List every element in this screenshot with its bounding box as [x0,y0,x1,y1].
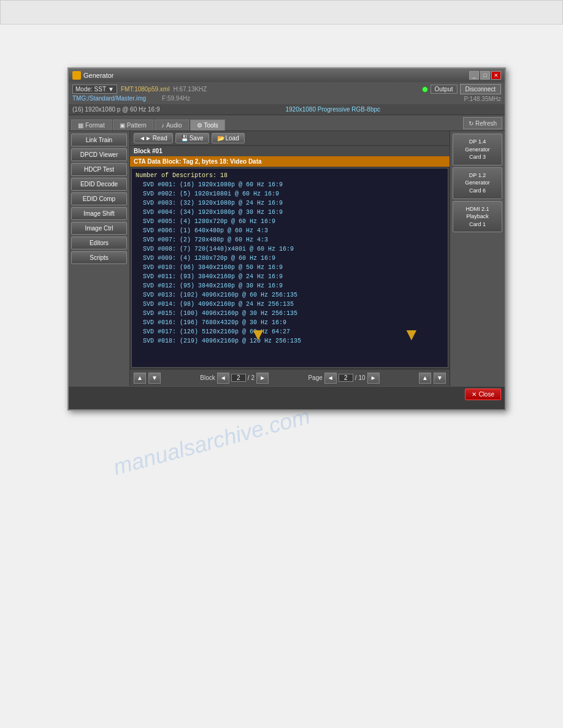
title-bar-buttons: _ □ ✕ [469,71,501,80]
nav-down-button[interactable]: ▼ [148,373,161,384]
tab-pattern[interactable]: ▣ Pattern [113,119,153,131]
dp12-gen-card6-button[interactable]: DP 1.2GeneratorCard 6 [453,167,502,199]
svd-line-2: SVD #002: (5) 1920x1080i @ 60 Hz 16:9 [136,189,444,199]
read-label: Read [153,135,167,142]
tab-audio-label: Audio [166,122,182,129]
tab-audio[interactable]: ♪ Audio [155,119,189,131]
sidebar-edid-decode[interactable]: EDID Decode [71,178,127,191]
tab-pattern-label: Pattern [127,122,147,129]
main-area: Link Train DPCD Viewer HDCP Test EDID De… [69,131,505,386]
f-freq: F:59.94Hz [162,95,190,102]
title-bar: Generator _ □ ✕ [69,69,505,82]
format-tab-icon: ▦ [78,122,83,129]
svd-line-11: SVD #011: (93) 3840x2160p @ 24 Hz 16:9 [136,272,444,281]
tmg-file: TMG:/Standard/Master.img [72,95,146,102]
block-header: Block #01 [130,146,450,156]
close-button[interactable]: ✕ Close [465,389,501,400]
sidebar-edid-comp[interactable]: EDID Comp [71,192,127,205]
svd-line-18: SVD #018: (219) 4096x2160p @ 120 Hz 256:… [136,336,444,346]
page-current-input[interactable] [339,374,353,382]
sidebar-link-train[interactable]: Link Train [71,134,127,146]
close-bar: ✕ Close [69,386,505,402]
mode-chevron-icon: ▼ [108,86,114,93]
save-icon: 💾 [181,135,188,142]
refresh-button[interactable]: ↻ Refresh [463,117,502,129]
minimize-button[interactable]: _ [469,71,479,80]
svd-line-1: SVD #001: (16) 1920x1080p @ 60 Hz 16:9 [136,180,444,189]
descriptor-count: Number of Descriptors: 18 [136,171,444,180]
sidebar-hdcp-test[interactable]: HDCP Test [71,163,127,176]
sidebar-image-shift[interactable]: Image Shift [71,207,127,220]
dp14-gen-card3-button[interactable]: DP 1.4GeneratorCard 3 [453,134,502,165]
page-nav: Page ◄ / 10 ► [308,373,379,384]
block-prev-button[interactable]: ◄ [217,373,229,384]
hdmi21-playback-card1-button[interactable]: HDMI 2.1PlaybackCard 1 [453,201,502,233]
svd-line-3: SVD #003: (32) 1920x1080p @ 24 Hz 16:9 [136,199,444,208]
tools-tab-icon: ⚙ [197,122,202,129]
svd-line-12: SVD #012: (95) 3840x2160p @ 30 Hz 16:9 [136,281,444,290]
load-button[interactable]: 📂 Load [212,133,245,143]
svd-line-9: SVD #009: (4) 1280x720p @ 60 Hz 16:9 [136,254,444,263]
window-close-button[interactable]: ✕ [491,71,501,80]
svd-line-13: SVD #013: (102) 4096x2160p @ 60 Hz 256:1… [136,290,444,300]
data-area[interactable]: Number of Descriptors: 18 SVD #001: (16)… [131,168,448,368]
page-next-button[interactable]: ► [367,373,380,384]
tab-tools[interactable]: ⚙ Tools [190,119,225,131]
mode-label: Mode: SST [75,86,106,93]
svd-line-10: SVD #010: (96) 3840x2160p @ 50 Hz 16:9 [136,263,444,272]
svd-line-4: SVD #004: (34) 1920x1080p @ 30 Hz 16:9 [136,208,444,217]
page-total: 10 [359,374,366,381]
resolution-info: 1920x1080 Progressive RGB-8bpc [164,106,501,113]
action-bar: ◄► Read 💾 Save 📂 Load [130,131,450,146]
save-label: Save [190,135,204,142]
fmt-file: FMT:1080p59.xml [121,86,169,93]
page-label: Page [308,374,322,381]
pattern-tab-icon: ▣ [120,122,125,129]
bottom-nav-bar: ▲ ▼ Block ◄ / 2 ► Page ◄ / 10 [130,369,450,386]
load-icon: 📂 [217,135,224,142]
window-title: Generator [83,72,114,79]
disconnect-button[interactable]: Disconnect [460,84,501,94]
sidebar-editors[interactable]: Editors [71,237,127,249]
output-button[interactable]: Output [431,85,458,94]
svd-line-6: SVD #006: (1) 640x480p @ 60 Hz 4:3 [136,226,444,235]
mode-selector[interactable]: Mode: SST ▼ [72,85,117,94]
read-button[interactable]: ◄► Read [134,133,173,143]
block-next-button[interactable]: ► [256,373,269,384]
tabs-row: ▦ Format ▣ Pattern ♪ Audio ⚙ Tools ↻ Ref… [69,115,505,131]
audio-tab-icon: ♪ [161,122,164,129]
nav-down2-button[interactable]: ▼ [434,373,446,384]
maximize-button[interactable]: □ [480,71,490,80]
status-text: (16) 1920x1080 p @ 60 Hz 16:9 [72,106,159,113]
sidebar: Link Train DPCD Viewer HDCP Test EDID De… [69,131,130,386]
sidebar-image-ctrl[interactable]: Image Ctrl [71,222,127,235]
content-panel: ◄► Read 💾 Save 📂 Load Block #01 CTA Data… [130,131,450,386]
page-slash: / [355,374,357,381]
top-bar [0,0,563,25]
block-current-input[interactable] [231,374,246,382]
svd-line-16: SVD #016: (196) 7680x4320p @ 30 Hz 16:9 [136,318,444,327]
svd-line-15: SVD #015: (100) 4096x2160p @ 30 Hz 256:1… [136,309,444,318]
info-bar: Mode: SST ▼ FMT:1080p59.xml H:67.13KHZ T… [69,82,505,104]
svd-line-7: SVD #007: (2) 720x480p @ 60 Hz 4:3 [136,235,444,245]
svd-line-5: SVD #005: (4) 1280x720p @ 60 Hz 16:9 [136,217,444,226]
nav-up2-button[interactable]: ▲ [419,373,431,384]
status-bar: (16) 1920x1080 p @ 60 Hz 16:9 1920x1080 … [69,104,505,115]
close-x-icon: ✕ [472,391,477,398]
sidebar-scripts[interactable]: Scripts [71,251,127,264]
block-slash: / [248,374,250,381]
page-prev-button[interactable]: ◄ [324,373,337,384]
nav-up-button[interactable]: ▲ [134,373,146,384]
p-freq: P:148.35MHz [464,96,501,102]
main-window: Generator _ □ ✕ Mode: SST ▼ FMT:1080p59.… [67,67,506,411]
load-label: Load [226,135,239,142]
save-button[interactable]: 💾 Save [175,133,209,143]
cta-header: CTA Data Block: Tag 2, bytes 18: Video D… [130,156,450,167]
output-led [422,86,428,93]
sidebar-dpcd-viewer[interactable]: DPCD Viewer [71,148,127,161]
tab-format[interactable]: ▦ Format [71,119,112,131]
watermark: manualsarchive.com [110,403,313,480]
h-freq: H:67.13KHZ [173,86,207,93]
block-total: 2 [251,374,255,381]
refresh-icon: ↻ [469,120,473,127]
